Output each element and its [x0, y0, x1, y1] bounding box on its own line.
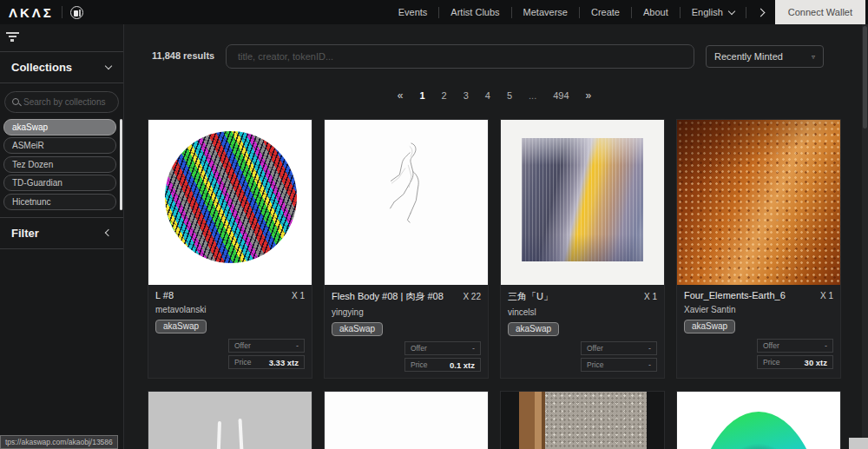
collection-badge[interactable]: akaSwap: [508, 322, 559, 336]
offer-value: -: [825, 341, 827, 350]
results-count: 11,848 results: [152, 50, 214, 61]
collection-item-asmeir[interactable]: ASMeiR: [3, 137, 116, 154]
offer-label: Offer: [587, 344, 603, 353]
page-button-1[interactable]: 1: [415, 89, 429, 102]
collection-item-td-guardian[interactable]: TD-Guardian: [3, 175, 116, 191]
price-row: Price 3.33 xtz: [228, 355, 305, 369]
nav-item-events[interactable]: Events: [387, 0, 439, 24]
collections-search-input[interactable]: [23, 97, 111, 107]
main-content: 11,848 results Recently Minted ▿ « 1 2 3…: [124, 24, 862, 449]
nft-card[interactable]: L #8 X 1 metavolanski akaSwap Offer - Pr…: [148, 119, 312, 379]
nft-title: Four_Elements-Earth_6: [684, 290, 786, 300]
offer-value: -: [648, 344, 651, 353]
chevron-left-icon: [105, 229, 112, 236]
nft-image: [501, 120, 664, 285]
nft-edition: X 1: [644, 292, 657, 301]
sidebar: Collections akaSwap ASMeiR Tez Dozen TD-…: [0, 24, 124, 449]
nft-creator: yingying: [332, 307, 481, 317]
nft-grid: L #8 X 1 metavolanski akaSwap Offer - Pr…: [148, 119, 841, 449]
nav-item-about[interactable]: About: [632, 0, 680, 24]
logo[interactable]: ΛΚΛΣ: [0, 5, 83, 20]
offer-row: Offer -: [404, 341, 481, 355]
nft-creator: vincelsl: [508, 307, 657, 317]
collection-badge[interactable]: akaSwap: [332, 322, 383, 336]
offer-value: -: [296, 341, 299, 350]
nft-title: 三角「U」: [508, 290, 553, 303]
offer-label: Offer: [763, 341, 779, 350]
nft-title: Flesh Body #08 | 肉身 #08: [332, 290, 444, 303]
nft-card[interactable]: 三角「U」 X 1 vincelsl akaSwap Offer - Price…: [500, 119, 665, 379]
nav-collapse-button[interactable]: [746, 0, 775, 24]
nav-item-metaverse[interactable]: Metaverse: [512, 0, 579, 24]
collections-search: [4, 91, 119, 113]
price-rows: Offer - Price 0.1 xtz: [332, 341, 481, 372]
page-scrollbar-thumb[interactable]: [863, 26, 867, 129]
price-row: Price 0.1 xtz: [404, 358, 481, 372]
sort-value: Recently Minted: [714, 51, 783, 62]
page-scrollbar-track[interactable]: [862, 24, 868, 449]
offer-row: Offer -: [581, 341, 657, 355]
nft-image: [501, 392, 664, 449]
nft-card[interactable]: Flesh Body #08 | 肉身 #08 X 22 yingying ak…: [324, 119, 489, 379]
language-label: English: [692, 7, 723, 17]
price-value: 30 xtz: [805, 358, 827, 367]
nft-image: [325, 392, 488, 449]
logo-separator: [62, 6, 62, 18]
connect-wallet-button[interactable]: Connect Wallet: [775, 0, 865, 24]
nav-item-artist-clubs[interactable]: Artist Clubs: [439, 0, 510, 24]
page-prev-button[interactable]: «: [393, 88, 408, 103]
price-rows: Offer - Price -: [508, 341, 657, 372]
price-row: Price 30 xtz: [757, 355, 833, 369]
chevron-down-icon: [105, 62, 112, 69]
pagination: « 1 2 3 4 5 ... 494 »: [148, 88, 841, 103]
nft-card[interactable]: [324, 391, 489, 449]
collections-label: Collections: [11, 61, 72, 74]
page-button-494[interactable]: 494: [549, 89, 573, 102]
collections-scrollbar-thumb[interactable]: [120, 119, 122, 210]
nft-card[interactable]: [148, 391, 312, 449]
nft-card[interactable]: Four_Elements-Earth_6 X 1 Xavier Santin …: [676, 119, 841, 379]
nft-image: [677, 392, 840, 449]
nft-edition: X 1: [292, 291, 305, 300]
nft-card[interactable]: [500, 391, 665, 449]
nav-menu: Events Artist Clubs Metaverse Create Abo…: [387, 0, 868, 24]
nft-image: [148, 120, 312, 285]
card-info: Flesh Body #08 | 肉身 #08 X 22 yingying ak…: [325, 285, 488, 378]
divider: [0, 83, 123, 83]
collection-item-tez-dozen[interactable]: Tez Dozen: [3, 156, 116, 173]
divider: [0, 248, 123, 249]
collection-badge[interactable]: akaSwap: [155, 320, 207, 333]
collections-accordion-header[interactable]: Collections: [0, 52, 123, 83]
nft-creator: Xavier Santin: [684, 305, 833, 314]
collection-item-akaswap[interactable]: akaSwap: [3, 119, 116, 135]
nft-image: [148, 392, 312, 449]
filter-lines-icon[interactable]: [0, 24, 123, 51]
price-label: Price: [234, 358, 251, 366]
page-button-2[interactable]: 2: [437, 89, 451, 102]
collection-badge[interactable]: akaSwap: [684, 320, 735, 333]
collection-item-hicetnunc[interactable]: Hicetnunc: [3, 194, 116, 210]
offer-row: Offer -: [228, 339, 305, 353]
chevron-right-icon: [756, 8, 765, 17]
page-button-4[interactable]: 4: [481, 89, 495, 102]
wireframe-figure: [371, 133, 449, 235]
filter-accordion-header[interactable]: Filter: [0, 218, 123, 248]
offer-value: -: [472, 344, 475, 353]
price-value: 0.1 xtz: [450, 360, 475, 370]
logo-text: ΛΚΛΣ: [9, 5, 54, 20]
page-ellipsis: ...: [524, 89, 541, 102]
nft-edition: X 1: [820, 291, 833, 300]
search-input[interactable]: [226, 44, 694, 69]
filter-label: Filter: [11, 227, 39, 240]
sort-dropdown[interactable]: Recently Minted ▿: [706, 45, 824, 68]
page-button-5[interactable]: 5: [503, 89, 516, 102]
page-button-3[interactable]: 3: [459, 89, 473, 102]
price-value: 3.33 xtz: [269, 358, 299, 367]
nav-item-create[interactable]: Create: [580, 0, 631, 24]
language-selector[interactable]: English: [681, 0, 746, 24]
nft-card[interactable]: [676, 391, 841, 449]
page-next-button[interactable]: »: [582, 88, 596, 103]
price-value: -: [648, 360, 651, 369]
nft-title: L #8: [155, 290, 174, 300]
logo-mark-icon: [70, 6, 83, 19]
